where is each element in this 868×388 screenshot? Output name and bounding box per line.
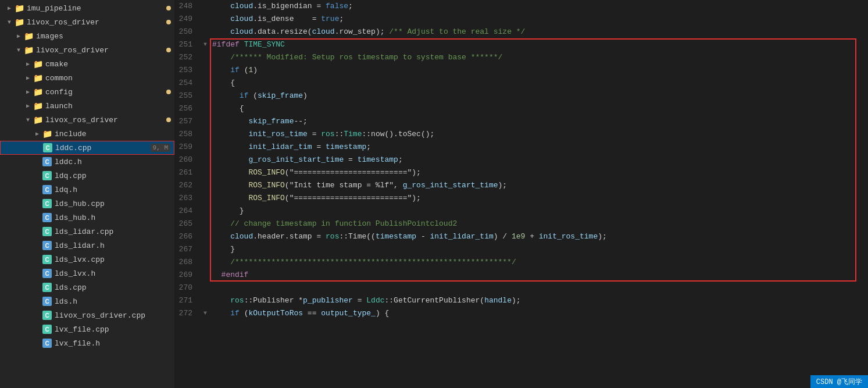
sidebar-item-lds_hub_h[interactable]: Clds_hub.h [0,211,174,225]
file-label: livox_ros_driver.cpp [55,311,174,320]
line-number: 271 [174,294,201,307]
line-number: 263 [174,192,201,205]
code-content: init_lidar_tim = timestamp; [210,141,868,154]
sidebar-item-livox_ros_driver_root[interactable]: ▼📁livox_ros_driver [0,15,174,29]
code-content: } [210,243,868,256]
code-content: ROS_INFO("========================="); [210,166,868,179]
line-number: 270 [174,282,201,294]
code-content: ROS_INFO("Init time stamp = %lf", g_ros_… [210,179,868,192]
line-number: 248 [174,0,201,13]
sidebar-item-include[interactable]: ▶📁include [0,127,174,141]
line-number: 258 [174,128,201,141]
sidebar-item-lds_lvx_cpp[interactable]: Clds_lvx.cpp [0,252,174,266]
code-line: 250 cloud.data.resize(cloud.row_step); /… [174,26,868,38]
code-line: 267 } [174,243,868,256]
code-editor[interactable]: 248 cloud.is_bigendian = false;249 cloud… [174,0,868,388]
code-line: 262 ROS_INFO("Init time stamp = %lf", g_… [174,179,868,192]
line-number: 252 [174,51,201,64]
code-line: 269 #endif [174,269,868,282]
code-content: cloud.is_dense = true; [210,13,868,26]
sidebar-item-lds_lidar_h[interactable]: Clds_lidar.h [0,239,174,252]
modified-badge [166,48,171,52]
line-number: 262 [174,179,201,192]
c-file-icon: C [42,296,52,307]
sidebar-item-launch[interactable]: ▶📁launch [0,99,174,113]
code-content: skip_frame--; [210,115,868,128]
line-number: 251 [174,38,201,51]
code-content: cloud.data.resize(cloud.row_step); /** A… [210,26,868,38]
sidebar-item-lds_hub_cpp[interactable]: Clds_hub.cpp [0,197,174,211]
sidebar-item-lds_lidar_cpp[interactable]: Clds_lidar.cpp [0,225,174,239]
sidebar-item-lds_cpp[interactable]: Clds.cpp [0,280,174,294]
expand-arrow: ▼ [5,19,14,26]
file-label: lds_lvx.cpp [55,255,174,264]
code-content: /***************************************… [210,256,868,269]
code-line: 263 ROS_INFO("========================="… [174,192,868,205]
sidebar-item-ldq_h[interactable]: Cldq.h [0,183,174,197]
c-file-icon: C [42,338,52,348]
file-label: lds.cpp [55,283,174,292]
code-line: 258 init_ros_time = ros::Time::now().toS… [174,128,868,141]
file-label: lddc.cpp [55,144,151,152]
file-label: imu_pipeline [27,4,166,13]
fold-toggle[interactable]: ▼ [201,38,210,51]
folder-icon: 📁 [23,31,34,41]
code-line: 251▼#ifdef TIME_SYNC [174,38,868,51]
sidebar-item-lddc_cpp[interactable]: Clddc.cpp9, M [0,141,174,155]
sidebar-item-lddc_h[interactable]: Clddc.h [0,155,174,169]
expand-arrow: ▶ [23,74,33,81]
modified-badge [166,20,171,24]
code-content: if (1) [210,64,868,77]
line-number: 260 [174,154,201,166]
sidebar-item-cmake[interactable]: ▶📁cmake [0,57,174,71]
code-line: 265 // change timestamp in function Publ… [174,218,868,230]
sidebar-item-imu_pipeline[interactable]: ▶📁imu_pipeline [0,1,174,15]
sidebar-item-livox_ros_driver_cpp[interactable]: Clivox_ros_driver.cpp [0,308,174,322]
folder-icon: 📁 [14,17,24,27]
expand-arrow: ▶ [5,5,14,12]
line-number: 257 [174,115,201,128]
folder-icon: 📁 [33,87,43,97]
file-label: lvx_file.h [55,339,174,348]
sidebar-item-lds_h[interactable]: Clds.h [0,294,174,308]
expand-arrow: ▼ [23,117,33,123]
status-bar: CSDN @飞同学 [810,375,868,388]
code-content: ros::Publisher *p_publisher = Lddc::GetC… [210,294,868,307]
cpp-file-icon: C [42,143,53,153]
code-content: if (kOutputToRos == output_type_) { [210,307,868,320]
sidebar-item-lds_lvx_h[interactable]: Clds_lvx.h [0,266,174,280]
line-number: 268 [174,256,201,269]
code-content: // change timestamp in function PublishP… [210,218,868,230]
sidebar-item-images[interactable]: ▶📁images [0,29,174,43]
file-label: ldq.cpp [55,172,174,180]
file-label: livox_ros_driver [36,46,166,55]
line-number: 267 [174,243,201,256]
c-file-icon: C [42,156,52,167]
expand-arrow: ▶ [23,60,33,67]
code-content: } [210,205,868,218]
cpp-file-icon: C [42,226,52,237]
sidebar-item-livox_ros_driver_sub2[interactable]: ▼📁livox_ros_driver [0,113,174,127]
status-text: CSDN @飞同学 [816,377,862,387]
cpp-file-icon: C [42,324,52,334]
code-line: 257 skip_frame--; [174,115,868,128]
line-number: 259 [174,141,201,154]
code-content: /****** Modified: Setup ros timestamp to… [210,51,868,64]
file-label: common [45,74,174,83]
sidebar-item-livox_ros_driver_sub[interactable]: ▼📁livox_ros_driver [0,43,174,57]
folder-icon: 📁 [33,59,43,69]
file-label: images [36,32,174,41]
folder-icon: 📁 [33,73,43,83]
sidebar-item-lvx_file_h[interactable]: Clvx_file.h [0,336,174,350]
line-number: 249 [174,13,201,26]
folder-icon: 📁 [33,101,43,111]
sidebar-item-lvx_file_cpp[interactable]: Clvx_file.cpp [0,322,174,336]
fold-toggle[interactable]: ▼ [201,307,210,320]
code-content: if (skip_frame) [210,90,868,102]
sidebar-item-ldq_cpp[interactable]: Cldq.cpp [0,169,174,183]
code-line: 260 g_ros_init_start_time = timestamp; [174,154,868,166]
sidebar-item-common[interactable]: ▶📁common [0,71,174,85]
sidebar-item-config[interactable]: ▶📁config [0,85,174,99]
line-number: 250 [174,26,201,38]
c-file-icon: C [42,212,52,223]
